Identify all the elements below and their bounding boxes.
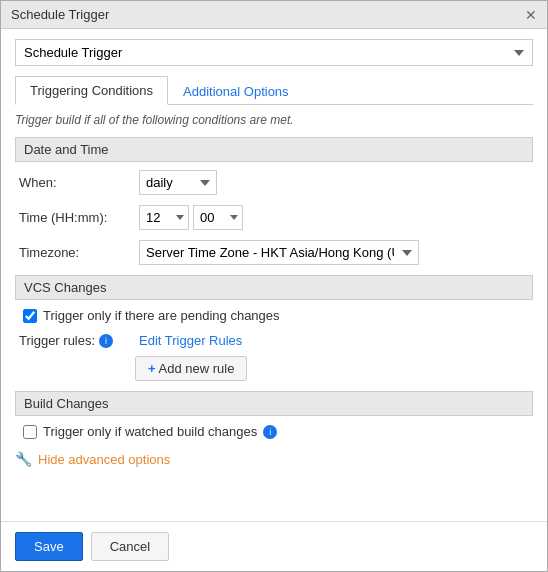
build-changes-label: Trigger only if watched build changes [43,424,257,439]
timezone-control: Server Time Zone - HKT Asia/Hong Kong (U… [139,240,533,265]
build-changes-checkbox[interactable] [23,425,37,439]
advanced-row: 🔧 Hide advanced options [15,451,533,467]
build-changes-section: Build Changes Trigger only if watched bu… [15,391,533,439]
dialog-title: Schedule Trigger [11,7,109,22]
close-button[interactable]: ✕ [525,8,537,22]
when-row: When: daily weekly monthly [15,170,533,195]
tab-additional-options[interactable]: Additional Options [168,76,304,105]
tabs-container: Triggering Conditions Additional Options [15,76,533,105]
time-row: Time (HH:mm): 12 00010203 04050607 08091… [15,205,533,230]
trigger-rules-info-icon[interactable]: i [99,334,113,348]
plus-icon: + [148,361,156,376]
schedule-trigger-dialog: Schedule Trigger ✕ Schedule Trigger VCS … [0,0,548,572]
time-minute-select[interactable]: 00051015 20253035 40455055 [193,205,243,230]
hide-advanced-button[interactable]: Hide advanced options [38,452,170,467]
when-control: daily weekly monthly [139,170,533,195]
add-new-rule-button[interactable]: + Add new rule [135,356,247,381]
timezone-label: Timezone: [19,245,139,260]
time-hour-select[interactable]: 12 00010203 04050607 08091011 13141516 1… [139,205,189,230]
dialog-body: Schedule Trigger VCS Trigger Triggering … [1,29,547,521]
when-select[interactable]: daily weekly monthly [139,170,217,195]
tab-triggering-conditions[interactable]: Triggering Conditions [15,76,168,105]
build-checkbox-row: Trigger only if watched build changes i [15,424,533,439]
dialog-footer: Save Cancel [1,521,547,571]
add-rule-row: + Add new rule [15,356,533,381]
trigger-rules-label: Trigger rules: i [19,333,139,348]
trigger-rules-row: Trigger rules: i Edit Trigger Rules [15,333,533,348]
timezone-select[interactable]: Server Time Zone - HKT Asia/Hong Kong (U… [139,240,419,265]
trigger-description: Trigger build if all of the following co… [15,113,533,127]
time-control: 12 00010203 04050607 08091011 13141516 1… [139,205,533,230]
save-button[interactable]: Save [15,532,83,561]
dialog-titlebar: Schedule Trigger ✕ [1,1,547,29]
when-label: When: [19,175,139,190]
date-time-section-header: Date and Time [15,137,533,162]
tab-content: Trigger build if all of the following co… [15,113,533,467]
vcs-pending-label: Trigger only if there are pending change… [43,308,280,323]
build-changes-info-icon[interactable]: i [263,425,277,439]
vcs-checkbox-row: Trigger only if there are pending change… [15,308,533,323]
build-section-header: Build Changes [15,391,533,416]
timezone-row: Timezone: Server Time Zone - HKT Asia/Ho… [15,240,533,265]
vcs-section-header: VCS Changes [15,275,533,300]
wrench-icon: 🔧 [15,451,32,467]
time-label: Time (HH:mm): [19,210,139,225]
trigger-type-select[interactable]: Schedule Trigger VCS Trigger [15,39,533,66]
top-select-row: Schedule Trigger VCS Trigger [15,39,533,66]
vcs-section: VCS Changes Trigger only if there are pe… [15,275,533,381]
vcs-pending-checkbox[interactable] [23,309,37,323]
cancel-button[interactable]: Cancel [91,532,169,561]
edit-trigger-rules-button[interactable]: Edit Trigger Rules [139,333,242,348]
